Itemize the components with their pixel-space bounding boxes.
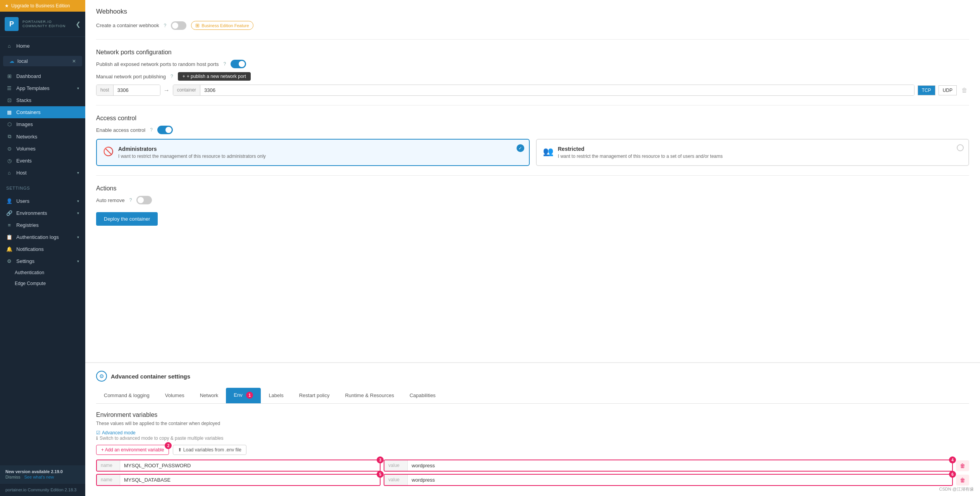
chevron-down-icon: ▾ [77, 259, 79, 263]
sidebar-item-dashboard[interactable]: ⊞ Dashboard [0, 70, 85, 82]
env-row-1-value-group: value 4 [384, 460, 953, 472]
restricted-access-card[interactable]: 👥 Restricted I want to restrict the mana… [536, 139, 970, 166]
close-env-button[interactable]: ✕ [72, 59, 76, 64]
env-name-input-2[interactable] [120, 475, 380, 485]
tab-restart-policy[interactable]: Restart policy [291, 388, 338, 403]
see-whats-new-link[interactable]: See what's new [24, 475, 54, 479]
restricted-icon: 👥 [543, 147, 553, 157]
tab-network[interactable]: Network [192, 388, 226, 403]
sidebar-item-stacks[interactable]: ⊡ Stacks [0, 94, 85, 106]
env-variables-desc: These values will be applied to the cont… [96, 421, 969, 426]
sidebar-item-edge-compute[interactable]: Edge Compute [0, 278, 85, 289]
upgrade-banner[interactable]: ★ Upgrade to Business Edition [0, 0, 85, 12]
sidebar-item-label: Dashboard [16, 73, 41, 79]
sidebar-item-users[interactable]: 👤 Users ▾ [0, 195, 85, 207]
sidebar-item-environments[interactable]: 🔗 Environments ▾ [0, 207, 85, 219]
sidebar-item-home[interactable]: ⌂ Home [0, 40, 85, 52]
access-control-title: Access control [96, 115, 969, 122]
sidebar-item-events[interactable]: ◷ Events [0, 155, 85, 167]
sidebar-item-authentication[interactable]: Authentication [0, 267, 85, 278]
load-env-button[interactable]: ⬆ Load variables from .env file [173, 445, 246, 455]
tab-volumes[interactable]: Volumes [157, 388, 192, 403]
host-port-input[interactable] [114, 85, 160, 95]
tab-capabilities[interactable]: Capabilities [402, 388, 443, 403]
sidebar-item-label: Settings [16, 258, 34, 264]
auto-remove-help-icon[interactable]: ? [129, 197, 132, 203]
tab-runtime-resources[interactable]: Runtime & Resources [337, 388, 401, 403]
tab-command-logging[interactable]: Command & logging [96, 388, 157, 403]
dismiss-button[interactable]: Dismiss [5, 475, 21, 479]
business-edition-badge[interactable]: ⊞ Business Edition Feature [191, 21, 253, 30]
delete-env-row-1-button[interactable]: 🗑 [956, 460, 969, 471]
switch-mode-link[interactable]: ℹ Switch to advanced mode to copy & past… [96, 436, 969, 441]
chevron-down-icon: ▾ [77, 171, 79, 175]
admin-card-check: ✓ [517, 144, 524, 152]
brand-logo: P [5, 17, 19, 31]
sidebar-item-registries[interactable]: ≡ Registries [0, 219, 85, 231]
sidebar-item-label: Registries [16, 222, 39, 228]
templates-icon: ☰ [6, 85, 12, 91]
access-cards-container: 🚫 Administrators I want to restrict the … [96, 139, 969, 166]
advanced-settings-section: ⚙ Advanced container settings Command & … [85, 363, 980, 496]
manual-port-help-icon[interactable]: ? [171, 74, 173, 79]
admin-access-card[interactable]: 🚫 Administrators I want to restrict the … [96, 139, 530, 166]
env-row-2-value-group: value 6 [384, 474, 953, 486]
restricted-card-title: Restricted [558, 146, 723, 152]
advanced-header: ⚙ Advanced container settings [96, 371, 969, 382]
sidebar-item-notifications[interactable]: 🔔 Notifications [0, 243, 85, 255]
sidebar-item-containers[interactable]: ▦ Containers [0, 106, 85, 118]
divider-1 [96, 39, 969, 40]
new-version-text: New version available 2.19.0 [5, 469, 80, 474]
sidebar-item-images[interactable]: ⬡ Images [0, 118, 85, 130]
publish-new-port-button[interactable]: + + publish a new network port [178, 72, 251, 81]
delete-port-button[interactable]: 🗑 [960, 85, 969, 95]
network-ports-title: Network ports configuration [96, 49, 969, 56]
host-port-group: host [96, 85, 160, 96]
env-value-placeholder-1: value [384, 460, 408, 471]
create-webhook-toggle[interactable] [171, 21, 186, 30]
sidebar-item-app-templates[interactable]: ☰ App Templates ▾ [0, 82, 85, 94]
container-port-input[interactable] [200, 85, 914, 95]
host-icon: ⌂ [6, 170, 12, 176]
settings-label: Settings [0, 182, 85, 192]
publish-exposed-toggle[interactable] [231, 60, 246, 68]
sidebar-item-networks[interactable]: ⧉ Networks [0, 130, 85, 143]
webhook-help-icon[interactable]: ? [164, 23, 167, 28]
env-variables-panel: Environment variables These values will … [96, 411, 969, 486]
sidebar-item-settings[interactable]: ⚙ Settings ▾ [0, 255, 85, 267]
create-webhook-row: Create a container webhook ? ⊞ Business … [96, 21, 969, 30]
udp-button[interactable]: UDP [939, 85, 957, 95]
env-value-input-1[interactable] [408, 460, 952, 471]
deploy-container-button[interactable]: Deploy the container [96, 212, 158, 226]
advanced-mode-link[interactable]: ☑ Advanced mode [96, 430, 969, 436]
env-name: local [17, 58, 28, 64]
sidebar-item-volumes[interactable]: ⊙ Volumes [0, 143, 85, 155]
actions-section: Actions Auto remove ? Deploy the contain… [96, 185, 969, 226]
sidebar-item-host[interactable]: ⌂ Host ▾ [0, 167, 85, 179]
env-name-placeholder-2: name [97, 475, 120, 485]
notifications-icon: 🔔 [6, 246, 12, 252]
tab-labels[interactable]: Labels [261, 388, 291, 403]
auto-remove-toggle[interactable] [136, 196, 152, 204]
environment-tag[interactable]: ☁ local ✕ [3, 56, 82, 66]
collapse-sidebar-button[interactable]: ❮ [76, 21, 81, 28]
publish-help-icon[interactable]: ? [224, 61, 226, 67]
sidebar-item-auth-logs[interactable]: 📋 Authentication logs ▾ [0, 231, 85, 243]
admin-card-content: Administrators I want to restrict the ma… [118, 146, 266, 159]
env-name-input-1[interactable] [120, 460, 380, 471]
create-webhook-label: Create a container webhook [96, 22, 159, 28]
delete-env-row-2-button[interactable]: 🗑 [956, 475, 969, 486]
main-content: Webhooks Create a container webhook ? ⊞ … [85, 0, 980, 496]
tcp-button[interactable]: TCP [918, 85, 935, 95]
access-help-icon[interactable]: ? [150, 127, 153, 133]
tab-env[interactable]: Env 1 [226, 388, 261, 403]
enable-access-toggle[interactable] [157, 126, 173, 134]
advanced-tabs: Command & logging Volumes Network Env 1 … [96, 388, 969, 404]
sidebar-item-label: Home [16, 43, 30, 49]
add-env-variable-button[interactable]: + Add an environment variable 2 [96, 445, 169, 455]
events-icon: ◷ [6, 158, 12, 164]
volumes-icon: ⊙ [6, 146, 12, 152]
sidebar-item-label: App Templates [16, 85, 50, 91]
env-value-input-2[interactable] [408, 475, 952, 485]
brand-text: portainer.io COMMUNITY EDITION [22, 20, 65, 28]
